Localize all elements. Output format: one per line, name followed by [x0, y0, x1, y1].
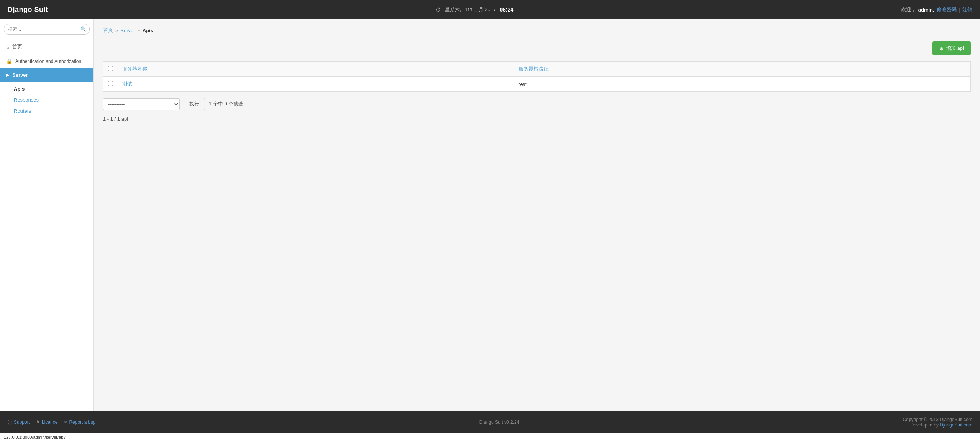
- breadcrumb-server[interactable]: Server: [120, 28, 135, 33]
- header-right: 欢迎， admin. 修改密码 | 注销: [901, 6, 972, 13]
- select-all-checkbox[interactable]: [108, 66, 113, 71]
- footer-left: ⓘ Support ⚑ Licence ✉ Report a bug: [8, 419, 96, 426]
- search-box: 🔍: [0, 19, 93, 39]
- action-info: 1 个中 0 个被选: [209, 100, 243, 107]
- select-all-col: [103, 62, 118, 77]
- sidebar-item-routers[interactable]: Routers: [0, 105, 93, 117]
- sidebar-item-home[interactable]: ⌂ 首页: [0, 39, 93, 54]
- table-header-row: 服务器名称 服务器根路径: [103, 62, 971, 77]
- header-date: 星期六, 11th 二月 2017: [445, 6, 496, 13]
- logout-link[interactable]: 注销: [962, 6, 972, 13]
- row-path-value: test: [519, 81, 527, 87]
- main-content: 首页 » Server » Apis ⊕ 增加 api 服务器名称: [94, 19, 980, 411]
- row-path-col: test: [514, 77, 971, 92]
- clock-icon: ⏱: [436, 7, 441, 13]
- licence-icon: ⚑: [36, 420, 40, 425]
- breadcrumb-current: Apis: [143, 28, 153, 33]
- row-name-link[interactable]: 测试: [122, 81, 132, 87]
- developed-label: Developed by: [911, 422, 939, 428]
- pagination-info: 1 - 1 / 1 api: [103, 115, 971, 123]
- main-layout: 🔍 ⌂ 首页 🔒 Authentication and Authorizatio…: [0, 19, 980, 411]
- apis-link[interactable]: Apis: [14, 86, 25, 92]
- licence-link[interactable]: Licence: [42, 420, 57, 425]
- support-link[interactable]: Support: [14, 420, 30, 425]
- developed-by: Developed by DjangoSuit.com: [903, 422, 972, 428]
- footer-center: Django Suit v0.2.24: [479, 420, 519, 425]
- logo: Django Suit: [8, 6, 48, 14]
- table-row: 测试 test: [103, 77, 971, 92]
- footer-licence: ⚑ Licence: [36, 420, 57, 425]
- data-table: 服务器名称 服务器根路径 测试 test: [103, 61, 971, 92]
- content-header: ⊕ 增加 api: [103, 41, 971, 55]
- arrow-icon: ▶: [6, 73, 9, 77]
- col-server-name-link[interactable]: 服务器名称: [122, 66, 147, 72]
- sidebar-home-label: 首页: [12, 43, 22, 50]
- sidebar: 🔍 ⌂ 首页 🔒 Authentication and Authorizatio…: [0, 19, 94, 411]
- breadcrumb-home[interactable]: 首页: [103, 27, 113, 34]
- footer-report-bug: ✉ Report a bug: [64, 420, 95, 425]
- change-password-link[interactable]: 修改密码: [937, 6, 957, 13]
- sidebar-item-responses[interactable]: Responses: [0, 94, 93, 105]
- header-time: 06:24: [500, 7, 514, 13]
- col-server-path-link[interactable]: 服务器根路径: [519, 66, 549, 72]
- search-input[interactable]: [4, 24, 90, 35]
- sidebar-item-apis[interactable]: Apis: [0, 83, 93, 94]
- sidebar-nav: ⌂ 首页 🔒 Authentication and Authorization …: [0, 39, 93, 411]
- bug-icon: ✉: [64, 420, 67, 425]
- sidebar-section-server: ▶ Server Apis Responses Routers: [0, 68, 93, 118]
- search-wrapper: 🔍: [4, 24, 90, 35]
- home-icon: ⌂: [6, 44, 9, 50]
- djangosuit-link[interactable]: DjangoSuit.com: [940, 422, 972, 428]
- sidebar-sub-items: Apis Responses Routers: [0, 82, 93, 118]
- plus-icon: ⊕: [939, 46, 944, 51]
- search-icon: 🔍: [80, 26, 86, 32]
- col-server-name: 服务器名称: [118, 62, 514, 77]
- welcome-text: 欢迎，: [901, 6, 916, 13]
- sidebar-section-auth: 🔒 Authentication and Authorization: [0, 54, 93, 68]
- copyright-text: Copyright © 2013 DjangoSuit.com: [903, 417, 972, 422]
- version-text: Django Suit v0.2.24: [479, 420, 519, 425]
- action-select[interactable]: ----------: [103, 98, 180, 110]
- auth-label: Authentication and Authorization: [15, 59, 81, 64]
- header-center: ⏱ 星期六, 11th 二月 2017 06:24: [436, 6, 513, 13]
- breadcrumb-sep2: »: [138, 28, 140, 33]
- responses-link[interactable]: Responses: [14, 97, 39, 103]
- server-label: Server: [12, 72, 28, 78]
- sidebar-server-item[interactable]: ▶ Server: [0, 68, 93, 82]
- footer-right: Copyright © 2013 DjangoSuit.com Develope…: [903, 417, 972, 428]
- status-bar: 127.0.0.1:8000/admin/server/api/: [0, 433, 980, 441]
- breadcrumb: 首页 » Server » Apis: [103, 27, 971, 34]
- row-checkbox-col: [103, 77, 118, 92]
- top-header: Django Suit ⏱ 星期六, 11th 二月 2017 06:24 欢迎…: [0, 0, 980, 19]
- report-bug-link[interactable]: Report a bug: [69, 420, 95, 425]
- action-bar: ---------- 执行 1 个中 0 个被选: [103, 98, 971, 110]
- add-api-button[interactable]: ⊕ 增加 api: [932, 41, 971, 55]
- support-icon: ⓘ: [8, 419, 12, 426]
- col-server-path: 服务器根路径: [514, 62, 971, 77]
- header-separator: |: [959, 7, 960, 13]
- add-api-label: 增加 api: [946, 45, 964, 52]
- status-url: 127.0.0.1:8000/admin/server/api/: [4, 435, 66, 439]
- breadcrumb-sep1: »: [115, 28, 118, 33]
- routers-link[interactable]: Routers: [14, 108, 31, 114]
- sidebar-auth-header[interactable]: 🔒 Authentication and Authorization: [0, 54, 93, 68]
- execute-button[interactable]: 执行: [184, 98, 205, 110]
- row-checkbox[interactable]: [108, 81, 113, 86]
- lock-icon: 🔒: [6, 58, 12, 64]
- admin-name: admin.: [918, 7, 934, 13]
- row-name-col: 测试: [118, 77, 514, 92]
- footer-support: ⓘ Support: [8, 419, 30, 426]
- footer: ⓘ Support ⚑ Licence ✉ Report a bug Djang…: [0, 411, 980, 433]
